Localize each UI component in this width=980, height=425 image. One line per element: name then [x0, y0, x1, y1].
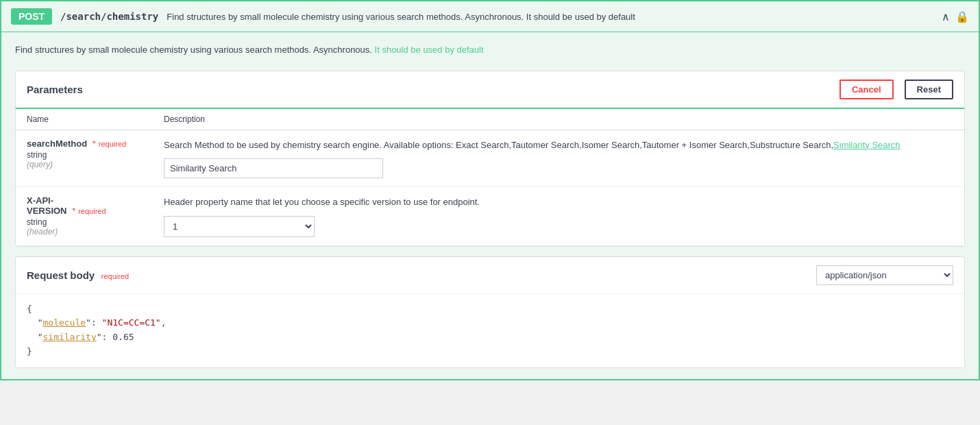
col-name-header: Name — [27, 114, 164, 124]
params-table-header: Name Description — [16, 109, 964, 130]
request-body-section: Request body required application/json a… — [15, 256, 965, 368]
header-icons: ∧ 🔒 — [942, 10, 969, 23]
param-name-col-xapiversion: X-API-VERSION *required string (header) — [27, 195, 164, 236]
api-body: Find structures by small molecule chemis… — [1, 32, 979, 379]
cancel-button[interactable]: Cancel — [840, 80, 894, 99]
param-location-searchmethod: (query) — [27, 160, 164, 169]
lock-icon[interactable]: 🔒 — [955, 10, 969, 23]
code-block: { "molecule": "N1C=CC=C1", "similarity":… — [27, 302, 953, 359]
param-type-xapiversion: string — [27, 217, 164, 227]
param-name-xapiversion: X-API-VERSION — [27, 195, 67, 216]
api-container: POST /search/chemistry Find structures b… — [0, 0, 980, 380]
param-desc-col-searchmethod: Search Method to be used by chemistry se… — [164, 138, 953, 179]
parameters-section: Parameters Cancel Reset Name Description… — [15, 71, 965, 247]
collapse-icon[interactable]: ∧ — [942, 10, 950, 23]
method-badge: POST — [11, 8, 52, 25]
code-key-molecule[interactable]: molecule — [42, 317, 86, 328]
request-body-title: Request body — [27, 269, 95, 281]
buttons-group: Cancel Reset — [840, 80, 953, 99]
param-desc-text-searchmethod: Search Method to be used by chemistry se… — [164, 138, 953, 152]
xapiversion-select[interactable]: 1 2 3 — [164, 216, 315, 237]
param-row-xapiversion: X-API-VERSION *required string (header) … — [16, 187, 964, 246]
request-body-required-badge: required — [101, 272, 129, 280]
api-description-highlight: It should be used by default — [375, 45, 484, 55]
content-type-select[interactable]: application/json application/xml — [816, 265, 953, 285]
required-label-searchmethod: required — [99, 140, 126, 148]
required-star-searchmethod: * — [90, 138, 96, 149]
params-table: Name Description searchMethod *required … — [16, 109, 964, 246]
required-star-xapiversion: * — [70, 206, 76, 216]
code-value-similarity: 0.65 — [112, 332, 134, 342]
api-header: POST /search/chemistry Find structures b… — [1, 1, 979, 32]
code-key-similarity[interactable]: similarity — [42, 332, 96, 342]
param-type-searchmethod: string — [27, 150, 164, 160]
param-name-searchmethod: searchMethod — [27, 138, 87, 149]
param-desc-text-xapiversion: Header property name that let you choose… — [164, 195, 953, 209]
request-body-header: Request body required application/json a… — [16, 257, 964, 294]
col-desc-header: Description — [164, 114, 953, 124]
param-location-xapiversion: (header) — [27, 227, 164, 236]
endpoint-description: Find structures by small molecule chemis… — [167, 12, 933, 22]
endpoint-path: /search/chemistry — [60, 11, 158, 22]
request-body-content: { "molecule": "N1C=CC=C1", "similarity":… — [16, 294, 964, 367]
similarity-search-link: Similarity Search — [833, 140, 901, 150]
param-desc-col-xapiversion: Header property name that let you choose… — [164, 195, 953, 237]
param-row-searchmethod: searchMethod *required string (query) Se… — [16, 130, 964, 188]
parameters-header: Parameters Cancel Reset — [16, 71, 964, 109]
parameters-title: Parameters — [27, 84, 83, 95]
request-body-title-group: Request body required — [27, 269, 129, 281]
reset-button[interactable]: Reset — [905, 80, 953, 99]
code-value-molecule: "N1C=CC=C1" — [102, 317, 161, 328]
searchmethod-input[interactable] — [164, 158, 383, 178]
api-description: Find structures by small molecule chemis… — [15, 43, 965, 57]
code-open-brace: { — [27, 304, 32, 314]
code-close-brace: } — [27, 346, 32, 356]
param-name-col-searchmethod: searchMethod *required string (query) — [27, 138, 164, 169]
required-label-xapiversion: required — [78, 207, 106, 215]
